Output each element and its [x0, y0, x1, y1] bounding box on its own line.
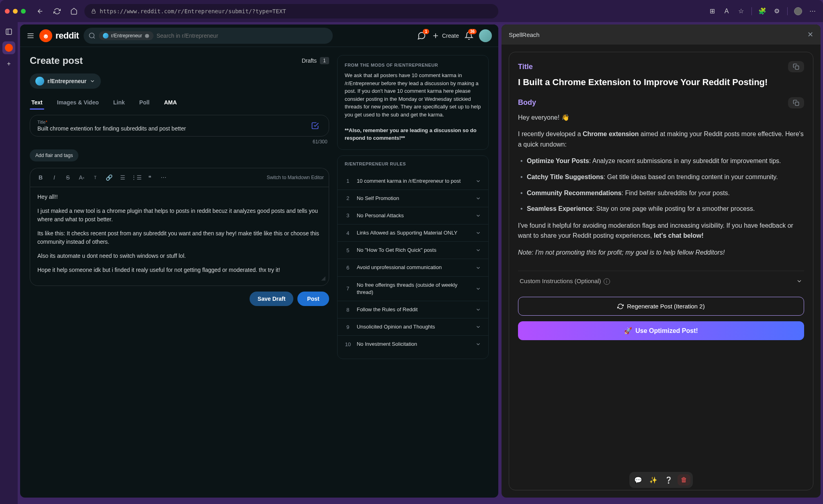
italic-button[interactable]: I — [49, 172, 60, 183]
bottom-toolbar: 💬 ✨ ❔ 🗑 — [629, 472, 693, 488]
chevron-down-icon — [475, 341, 481, 347]
rules-list: R/ENTREPRENEUR RULES 110 comment karma i… — [337, 155, 489, 359]
svg-rect-0 — [92, 11, 95, 13]
number-list-button[interactable]: ⋮☰ — [131, 172, 142, 183]
browser-sidebar: + — [0, 22, 18, 504]
regenerate-button[interactable]: Regenerate Post (Iteration 2) — [518, 297, 804, 316]
post-type-tabs: Text Images & Video Link Poll AMA — [30, 96, 329, 109]
notifications-button[interactable]: 36 — [465, 31, 473, 40]
hamburger-menu[interactable] — [27, 32, 35, 40]
grid-icon[interactable]: ⊞ — [706, 6, 718, 17]
comment-icon[interactable]: 💬 — [632, 474, 645, 486]
save-draft-button[interactable]: Save Draft — [250, 292, 293, 306]
title-field[interactable]: Title* Built chrome extention for findin… — [30, 115, 329, 137]
chat-button[interactable]: 1 — [417, 31, 426, 40]
refresh-icon — [617, 303, 624, 310]
plus-icon — [432, 32, 440, 40]
help-icon[interactable]: ❔ — [662, 474, 675, 486]
use-optimized-button[interactable]: 🚀 Use Optimized Post! — [518, 321, 804, 340]
create-button[interactable]: Create — [432, 32, 459, 40]
post-body-editor[interactable]: Hey all!! I just maked a new tool is a c… — [30, 187, 329, 286]
rocket-icon: 🚀 — [624, 327, 632, 335]
svg-rect-13 — [795, 66, 799, 69]
create-post-form: Create post Drafts 1 r/Entrepreneur Text… — [30, 55, 329, 490]
maximize-window[interactable] — [21, 9, 26, 14]
community-selector[interactable]: r/Entrepreneur — [30, 73, 101, 89]
search-icon — [88, 32, 96, 39]
tab-link[interactable]: Link — [112, 96, 127, 109]
search-filter-chip[interactable]: r/Entrepreneur ⊗ — [99, 31, 153, 40]
custom-instructions-toggle[interactable]: Custom Instructions (Optional)i — [518, 271, 804, 292]
bookmark-icon[interactable]: ☆ — [735, 6, 747, 17]
extension-icon-1[interactable]: 🧩 — [757, 6, 768, 17]
user-avatar[interactable] — [479, 29, 492, 42]
link-button[interactable]: 🔗 — [103, 172, 115, 183]
copy-title-button[interactable] — [788, 61, 804, 72]
search-input[interactable] — [157, 33, 328, 39]
rule-item[interactable]: 4Links Allowed as Supporting Material ON… — [338, 224, 488, 242]
home-button[interactable] — [68, 5, 80, 18]
spellreach-header: SpellReach ✕ — [502, 24, 821, 45]
new-tab[interactable]: + — [2, 57, 15, 70]
rule-item[interactable]: 8Follow the Rules of Reddit — [338, 301, 488, 318]
search-bar[interactable]: r/Entrepreneur ⊗ — [84, 28, 333, 44]
close-window[interactable] — [5, 9, 10, 14]
delete-icon[interactable]: 🗑 — [678, 474, 690, 486]
superscript-button[interactable]: Ax — [76, 172, 87, 183]
svg-rect-14 — [795, 102, 799, 106]
heading-button[interactable]: T — [90, 172, 101, 183]
rule-item[interactable]: 5No "How To Get Rich Quick" posts — [338, 242, 488, 259]
post-button[interactable]: Post — [297, 292, 329, 306]
browser-toolbar: https://www.reddit.com/r/Entrepreneur/su… — [0, 0, 823, 22]
tab-poll[interactable]: Poll — [138, 96, 151, 109]
reddit-logo[interactable]: reddit — [39, 29, 79, 42]
svg-point-7 — [45, 36, 45, 37]
title-value: Built chrome extention for finding subre… — [37, 125, 309, 132]
tab-images[interactable]: Images & Video — [55, 96, 100, 109]
rule-item[interactable]: 7No free offerings threads (outside of w… — [338, 277, 488, 301]
quote-button[interactable]: ❝ — [144, 172, 156, 183]
character-count: 61/300 — [30, 139, 329, 145]
back-button[interactable] — [34, 5, 47, 18]
tab-reddit[interactable] — [2, 41, 15, 54]
rule-item[interactable]: 2No Self Promotion — [338, 190, 488, 207]
add-flair-button[interactable]: Add flair and tags — [30, 149, 78, 161]
sidebar-toggle[interactable] — [2, 25, 15, 38]
strikethrough-button[interactable]: S — [62, 172, 74, 183]
info-icon: i — [604, 278, 610, 285]
remove-chip-icon[interactable]: ⊗ — [145, 33, 149, 39]
tab-ama[interactable]: AMA — [162, 96, 178, 109]
chevron-down-icon — [475, 178, 481, 184]
rule-item[interactable]: 3No Personal Attacks — [338, 207, 488, 224]
profile-icon[interactable] — [792, 6, 804, 17]
bold-button[interactable]: B — [35, 172, 46, 183]
reload-button[interactable] — [51, 5, 63, 18]
rule-item[interactable]: 10No Investment Solicitation — [338, 336, 488, 353]
spellreach-brand: SpellReach — [509, 31, 540, 38]
address-bar[interactable]: https://www.reddit.com/r/Entrepreneur/su… — [84, 4, 498, 18]
rule-item[interactable]: 6Avoid unprofessional communication — [338, 259, 488, 276]
editor-toolbar: B I S Ax T 🔗 ☰ ⋮☰ ❝ ⋯ Switch to Markdown… — [30, 168, 329, 187]
rule-item[interactable]: 110 comment karma in /r/Entrepreneur to … — [338, 173, 488, 190]
extension-icon-2[interactable]: ⚙ — [771, 6, 782, 17]
minimize-window[interactable] — [13, 9, 18, 14]
tab-text[interactable]: Text — [30, 96, 44, 109]
url-text: https://www.reddit.com/r/Entrepreneur/su… — [100, 8, 286, 14]
text-size-icon[interactable]: A — [721, 6, 732, 17]
sparkle-icon[interactable]: ✨ — [647, 474, 660, 486]
menu-icon[interactable]: ⋯ — [807, 6, 818, 17]
bullet-list-button[interactable]: ☰ — [117, 172, 128, 183]
rule-item[interactable]: 9Unsolicited Opinion and Thoughts — [338, 318, 488, 336]
markdown-switch[interactable]: Switch to Markdown Editor — [267, 175, 324, 180]
copy-body-button[interactable] — [788, 97, 804, 108]
generated-title: I Built a Chrome Extension to Improve Yo… — [518, 76, 804, 88]
chevron-down-icon — [475, 307, 481, 312]
lock-icon — [91, 8, 96, 14]
title-ai-suggestion-icon[interactable] — [309, 119, 321, 132]
chevron-down-icon — [796, 278, 803, 284]
drafts-link[interactable]: Drafts 1 — [302, 57, 329, 64]
chevron-down-icon — [475, 247, 481, 253]
resize-handle-icon[interactable]: ◢ — [321, 274, 326, 282]
more-button[interactable]: ⋯ — [158, 172, 169, 183]
close-panel-button[interactable]: ✕ — [807, 30, 813, 39]
